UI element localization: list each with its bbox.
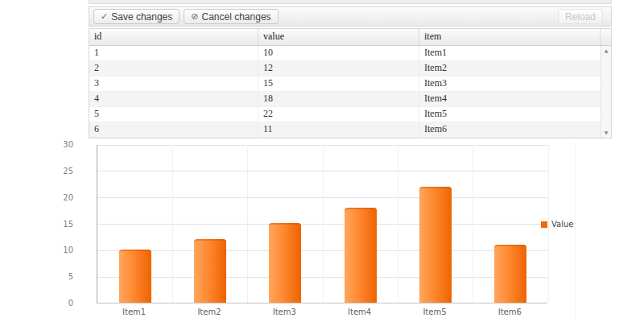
y-axis-tick-label: 20 (57, 193, 73, 202)
table-cell: Item4 (419, 92, 601, 106)
chart-legend: Value (541, 220, 573, 229)
table-cell: 5 (89, 107, 258, 122)
bar-item6 (494, 245, 526, 303)
table-cell: 2 (89, 61, 258, 76)
grid-rows: 110Item1212Item2315Item3418Item4522Item5… (89, 46, 601, 138)
x-axis-tick-label: Item5 (397, 308, 472, 316)
header-scrollbar-filler (601, 29, 611, 45)
vertical-scrollbar[interactable]: ▲ ▼ (601, 46, 611, 138)
table-row[interactable]: 315Item3 (89, 76, 601, 92)
chart-plot-area (97, 145, 547, 303)
bar-item3 (269, 223, 301, 303)
x-axis-tick-label: Item2 (171, 308, 246, 316)
data-grid: id value item 110Item1212Item2315Item341… (89, 28, 612, 138)
x-axis-tick-label: Item1 (97, 308, 171, 316)
bar-item2 (194, 239, 226, 303)
v-gridline (473, 145, 473, 303)
scroll-up-icon[interactable]: ▲ (601, 47, 611, 55)
y-axis-tick-label: 0 (57, 299, 73, 308)
save-changes-button[interactable]: ✓ Save changes (93, 9, 180, 24)
x-axis-tick-label: Item6 (473, 308, 547, 316)
table-cell: 6 (89, 122, 258, 137)
y-axis-tick-label: 15 (57, 220, 73, 229)
v-gridline (172, 145, 173, 303)
table-cell: 12 (258, 61, 419, 76)
bar-item4 (345, 208, 377, 303)
cancel-icon: ⊘ (191, 11, 198, 22)
table-cell: Item3 (419, 76, 601, 91)
top-strip (89, 0, 612, 4)
table-cell: 11 (258, 122, 419, 137)
bar-chart: Value 051015202530Item1Item2Item3Item4It… (76, 142, 576, 319)
table-cell: 15 (258, 76, 419, 91)
table-row[interactable]: 522Item5 (89, 107, 601, 122)
table-cell: Item1 (419, 46, 601, 60)
table-row[interactable]: 212Item2 (89, 61, 601, 76)
save-changes-label: Save changes (111, 11, 172, 23)
column-header-item[interactable]: item (419, 29, 601, 45)
v-gridline (398, 145, 398, 303)
bar-item5 (419, 187, 452, 303)
reload-label: Reload (565, 11, 596, 23)
table-row[interactable]: 418Item4 (89, 92, 601, 107)
table-cell: Item5 (419, 107, 601, 122)
table-row[interactable]: 110Item1 (89, 46, 601, 61)
check-icon: ✓ (101, 11, 108, 22)
cancel-changes-button[interactable]: ⊘ Cancel changes (184, 9, 278, 24)
y-axis-tick-label: 5 (57, 272, 73, 281)
x-axis-tick-label: Item4 (322, 308, 397, 316)
table-cell: 18 (258, 92, 419, 106)
grid-widget: ✓ Save changes ⊘ Cancel changes Reload i… (89, 0, 612, 138)
column-header-id[interactable]: id (89, 29, 258, 45)
scroll-down-icon[interactable]: ▼ (601, 129, 611, 137)
grid-header-row: id value item (89, 29, 611, 46)
cancel-changes-label: Cancel changes (202, 11, 271, 23)
table-cell: 4 (89, 92, 258, 106)
table-cell: Item2 (419, 61, 601, 76)
v-gridline (247, 145, 248, 303)
table-cell: 10 (258, 46, 419, 60)
y-axis-tick-label: 30 (57, 140, 73, 149)
grid-body: 110Item1212Item2315Item3418Item4522Item5… (89, 46, 611, 138)
table-cell: 3 (89, 76, 258, 91)
bar-item1 (119, 250, 151, 303)
table-cell: Item6 (419, 122, 601, 137)
reload-button[interactable]: Reload (558, 9, 603, 24)
table-row[interactable]: 611Item6 (89, 122, 601, 138)
legend-value-marker (541, 221, 547, 228)
page: ✓ Save changes ⊘ Cancel changes Reload i… (0, 0, 644, 322)
table-cell: 1 (89, 46, 258, 60)
x-axis-tick-label: Item3 (247, 308, 322, 316)
grid-toolbar: ✓ Save changes ⊘ Cancel changes Reload (89, 6, 612, 27)
table-cell: 22 (258, 107, 419, 122)
legend-value-label: Value (551, 220, 573, 229)
y-axis-tick-label: 25 (57, 167, 73, 175)
y-axis-tick-label: 10 (57, 246, 73, 254)
column-header-value[interactable]: value (258, 29, 419, 45)
v-gridline (323, 145, 324, 303)
